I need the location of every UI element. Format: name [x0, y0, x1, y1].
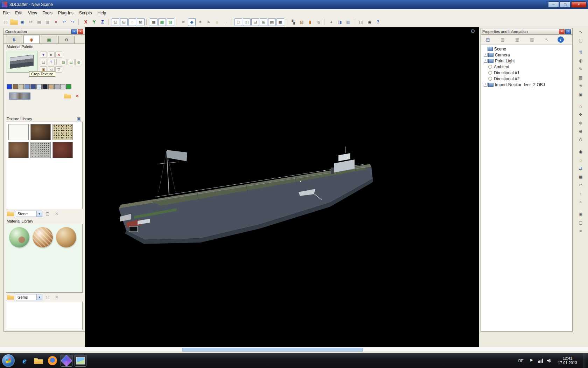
light-toggle-icon[interactable]: ☼: [576, 156, 585, 164]
close-icon[interactable]: ✕: [78, 29, 83, 34]
lathe-icon[interactable]: ◠: [576, 182, 585, 189]
shaded-cube-icon[interactable]: ◆: [188, 18, 196, 26]
texture-category-dropdown[interactable]: Stone ▼: [16, 211, 42, 217]
material-properties-icon[interactable]: ▤: [40, 59, 47, 65]
animation-panel-icon[interactable]: ▦: [513, 36, 521, 43]
notification-flag-icon[interactable]: ⚑: [528, 358, 534, 363]
expand-icon[interactable]: [484, 53, 488, 57]
tree-item-import-obj[interactable]: Import-Neckar_leer_2.OBJ: [481, 82, 572, 88]
filter-materials-icon[interactable]: ▼: [40, 52, 47, 58]
menu-item-help[interactable]: Help: [95, 10, 109, 16]
color-swatch[interactable]: [48, 84, 54, 89]
selected-texture-thumbnail[interactable]: [9, 93, 30, 100]
tree-item-point-light[interactable]: Point Light: [481, 58, 572, 64]
color-swatch[interactable]: [13, 84, 18, 89]
texture-layers-icon[interactable]: ▤: [68, 59, 75, 65]
expand-icon[interactable]: [484, 83, 488, 87]
lamp-icon[interactable]: ☼: [213, 18, 221, 26]
contrast-view-icon[interactable]: ◐: [328, 18, 335, 26]
title-bar[interactable]: 3DCrafter - New Scene ─ ▢ ✕: [0, 0, 588, 9]
viewport-3d[interactable]: ⚙: [85, 27, 479, 347]
open-texture-icon[interactable]: [64, 93, 71, 99]
select-zoom-icon[interactable]: ⊠: [137, 18, 145, 26]
magnet-icon[interactable]: ∩: [576, 102, 585, 110]
path-tool-icon[interactable]: →: [222, 18, 229, 26]
checker-view-icon[interactable]: ▚: [289, 18, 297, 26]
texture-thumbnail-3[interactable]: [52, 124, 73, 140]
maximize-button[interactable]: ▢: [560, 1, 570, 8]
pin-icon[interactable]: ▪: [71, 29, 77, 34]
material-category-dropdown[interactable]: Gems ▼: [16, 294, 42, 300]
open-folder-icon[interactable]: [10, 18, 18, 26]
taskbar-image-viewer-icon[interactable]: [75, 355, 86, 367]
zoom-extents-icon[interactable]: ⊙: [576, 136, 585, 144]
material-thumbnail-3[interactable]: [56, 227, 76, 247]
panel-toggle-icon[interactable]: ◫: [357, 18, 365, 26]
marquee-select-icon[interactable]: ▢: [576, 36, 585, 44]
cut-icon[interactable]: ✂: [27, 18, 35, 26]
remove-texture-icon[interactable]: ✕: [74, 93, 81, 99]
tree-item-directional-1[interactable]: Directional #1: [481, 70, 572, 76]
tab-materials-icon[interactable]: ◉: [23, 35, 40, 43]
new-material-icon[interactable]: ▢: [44, 294, 51, 300]
material-thumbnail-2[interactable]: [33, 227, 53, 247]
texture-grid-icon[interactable]: ▩: [158, 18, 166, 26]
color-swatch[interactable]: [19, 84, 24, 89]
zoom-out-icon[interactable]: ⊖: [576, 128, 585, 135]
clear-material-icon[interactable]: ✕: [48, 52, 55, 58]
orbit-camera-icon[interactable]: ◉: [576, 148, 585, 156]
bend-icon[interactable]: ≈: [576, 198, 585, 206]
menu-item-edit[interactable]: Edit: [12, 10, 25, 16]
select-group-icon[interactable]: ⊞: [120, 18, 128, 26]
material-help-icon[interactable]: ?: [48, 59, 55, 65]
menu-item-file[interactable]: File: [0, 10, 12, 16]
measure-icon[interactable]: ⌗: [576, 227, 585, 235]
color-swatch[interactable]: [42, 84, 48, 89]
pattern-grid-icon[interactable]: ▨: [167, 18, 174, 26]
tree-item-ambient[interactable]: Ambient: [481, 64, 572, 70]
ship-model[interactable]: [119, 146, 373, 244]
select-pointer-icon[interactable]: ↖: [543, 36, 551, 43]
delete-icon[interactable]: ✕: [52, 18, 60, 26]
paste-icon[interactable]: ▥: [44, 18, 51, 26]
color-swatch[interactable]: [60, 84, 65, 89]
layout-single-icon[interactable]: □: [234, 18, 242, 26]
expand-icon[interactable]: [484, 59, 488, 63]
chevron-down-icon[interactable]: ▼: [36, 294, 42, 300]
color-swatch[interactable]: [30, 84, 36, 89]
text-tool-icon[interactable]: a: [315, 18, 322, 26]
color-swatch[interactable]: [7, 84, 12, 89]
grid-display-icon[interactable]: ▦: [150, 18, 158, 26]
axis-x-icon[interactable]: X: [82, 18, 90, 26]
color-swatch[interactable]: [24, 84, 30, 89]
save-icon[interactable]: ▣: [19, 18, 26, 26]
menu-item-view[interactable]: View: [25, 10, 40, 16]
properties-panel-header[interactable]: Properties and Information ✕ ?: [481, 28, 572, 35]
plugin-panel-icon[interactable]: ▧: [528, 36, 536, 43]
taskbar-explorer-icon[interactable]: [33, 355, 44, 367]
chart-view-icon[interactable]: ▥: [344, 18, 352, 26]
texture-thumbnail-2[interactable]: [30, 124, 51, 140]
minimize-button[interactable]: ─: [548, 1, 559, 8]
chevron-down-icon[interactable]: ▼: [36, 211, 42, 217]
group-objects-icon[interactable]: ▣: [576, 210, 585, 218]
ungroup-objects-icon[interactable]: ▢: [576, 219, 585, 226]
delete-material-icon[interactable]: ✕: [55, 52, 62, 58]
zoom-in-icon[interactable]: ⊕: [576, 119, 585, 127]
new-texture-icon[interactable]: ▢: [44, 211, 51, 217]
delete-material-library-icon[interactable]: ✕: [53, 294, 60, 300]
array-copy-icon[interactable]: ▦: [576, 173, 585, 181]
mirror-icon[interactable]: ⇄: [576, 165, 585, 172]
color-swatch[interactable]: [66, 84, 71, 89]
extrude-icon[interactable]: ↑: [576, 190, 585, 198]
redo-icon[interactable]: ↷: [69, 18, 77, 26]
tab-components-icon[interactable]: ▦: [41, 36, 57, 43]
volume-icon[interactable]: [547, 358, 552, 363]
select-object-icon[interactable]: ⊡: [112, 18, 119, 26]
spray-icon[interactable]: ✳: [576, 82, 585, 90]
axis-y-icon[interactable]: Y: [90, 18, 98, 26]
move-updown-icon[interactable]: ⇅: [576, 48, 585, 56]
star-point-icon[interactable]: ✶: [196, 18, 204, 26]
cursor-icon[interactable]: ↖: [576, 28, 585, 36]
tree-item-camera[interactable]: Camera: [481, 52, 572, 58]
